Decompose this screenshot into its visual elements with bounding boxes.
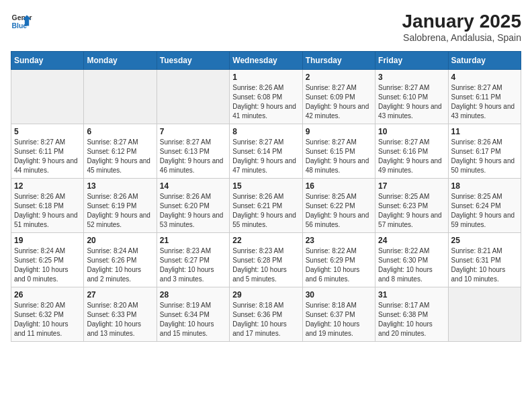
day-number: 17 bbox=[378, 181, 445, 191]
day-number: 8 bbox=[232, 127, 299, 136]
calendar-cell: 17Sunrise: 8:25 AM Sunset: 6:23 PM Dayli… bbox=[375, 179, 448, 233]
day-info: Sunrise: 8:26 AM Sunset: 6:17 PM Dayligh… bbox=[451, 138, 518, 175]
day-number: 18 bbox=[451, 181, 518, 191]
day-number: 30 bbox=[306, 290, 372, 300]
calendar-cell: 31Sunrise: 8:17 AM Sunset: 6:38 PM Dayli… bbox=[375, 287, 448, 342]
calendar-cell: 12Sunrise: 8:26 AM Sunset: 6:18 PM Dayli… bbox=[11, 179, 84, 233]
day-info: Sunrise: 8:23 AM Sunset: 6:27 PM Dayligh… bbox=[160, 246, 226, 284]
header-tuesday: Tuesday bbox=[157, 52, 229, 70]
day-info: Sunrise: 8:26 AM Sunset: 6:21 PM Dayligh… bbox=[232, 192, 299, 230]
day-number: 20 bbox=[87, 236, 153, 245]
day-info: Sunrise: 8:24 AM Sunset: 6:25 PM Dayligh… bbox=[14, 246, 81, 284]
day-number: 16 bbox=[306, 181, 372, 191]
calendar-cell: 2Sunrise: 8:27 AM Sunset: 6:09 PM Daylig… bbox=[302, 70, 375, 124]
header-saturday: Saturday bbox=[448, 52, 521, 70]
header-monday: Monday bbox=[84, 52, 157, 70]
calendar-cell: 6Sunrise: 8:27 AM Sunset: 6:12 PM Daylig… bbox=[84, 124, 157, 179]
calendar-cell: 9Sunrise: 8:27 AM Sunset: 6:15 PM Daylig… bbox=[302, 124, 375, 179]
calendar-cell bbox=[157, 70, 229, 124]
day-info: Sunrise: 8:22 AM Sunset: 6:30 PM Dayligh… bbox=[378, 246, 445, 284]
day-number: 27 bbox=[87, 290, 153, 300]
day-info: Sunrise: 8:17 AM Sunset: 6:38 PM Dayligh… bbox=[378, 301, 445, 338]
day-number: 21 bbox=[160, 236, 226, 245]
day-number: 24 bbox=[378, 236, 445, 245]
day-info: Sunrise: 8:24 AM Sunset: 6:26 PM Dayligh… bbox=[87, 246, 153, 284]
calendar-cell: 29Sunrise: 8:18 AM Sunset: 6:36 PM Dayli… bbox=[230, 287, 302, 342]
day-info: Sunrise: 8:25 AM Sunset: 6:24 PM Dayligh… bbox=[451, 192, 518, 230]
calendar-cell: 18Sunrise: 8:25 AM Sunset: 6:24 PM Dayli… bbox=[448, 179, 521, 233]
calendar-cell: 10Sunrise: 8:27 AM Sunset: 6:16 PM Dayli… bbox=[375, 124, 448, 179]
calendar-cell bbox=[11, 70, 84, 124]
calendar-cell: 21Sunrise: 8:23 AM Sunset: 6:27 PM Dayli… bbox=[157, 233, 229, 287]
day-info: Sunrise: 8:27 AM Sunset: 6:12 PM Dayligh… bbox=[87, 138, 153, 175]
header-sunday: Sunday bbox=[11, 52, 84, 70]
page-header: General Blue January 2025 Salobrena, And… bbox=[11, 11, 521, 43]
calendar-cell: 8Sunrise: 8:27 AM Sunset: 6:14 PM Daylig… bbox=[230, 124, 302, 179]
day-info: Sunrise: 8:27 AM Sunset: 6:15 PM Dayligh… bbox=[306, 138, 372, 175]
day-number: 31 bbox=[378, 290, 445, 300]
day-info: Sunrise: 8:26 AM Sunset: 6:20 PM Dayligh… bbox=[160, 192, 226, 230]
day-number: 19 bbox=[14, 236, 81, 245]
day-number: 12 bbox=[14, 181, 81, 191]
day-number: 10 bbox=[378, 127, 445, 136]
day-number: 23 bbox=[306, 236, 372, 245]
page-title: January 2025 bbox=[402, 11, 521, 32]
calendar-cell: 27Sunrise: 8:20 AM Sunset: 6:33 PM Dayli… bbox=[84, 287, 157, 342]
calendar-table: SundayMondayTuesdayWednesdayThursdayFrid… bbox=[11, 51, 521, 342]
calendar-cell: 23Sunrise: 8:22 AM Sunset: 6:29 PM Dayli… bbox=[302, 233, 375, 287]
day-info: Sunrise: 8:21 AM Sunset: 6:31 PM Dayligh… bbox=[451, 246, 518, 284]
calendar-cell: 7Sunrise: 8:27 AM Sunset: 6:13 PM Daylig… bbox=[157, 124, 229, 179]
day-info: Sunrise: 8:27 AM Sunset: 6:16 PM Dayligh… bbox=[378, 138, 445, 175]
day-info: Sunrise: 8:20 AM Sunset: 6:33 PM Dayligh… bbox=[87, 301, 153, 338]
calendar-cell: 26Sunrise: 8:20 AM Sunset: 6:32 PM Dayli… bbox=[11, 287, 84, 342]
calendar-cell: 25Sunrise: 8:21 AM Sunset: 6:31 PM Dayli… bbox=[448, 233, 521, 287]
day-info: Sunrise: 8:18 AM Sunset: 6:36 PM Dayligh… bbox=[232, 301, 299, 338]
day-number: 14 bbox=[160, 181, 226, 191]
calendar-cell: 3Sunrise: 8:27 AM Sunset: 6:10 PM Daylig… bbox=[375, 70, 448, 124]
calendar-week-5: 26Sunrise: 8:20 AM Sunset: 6:32 PM Dayli… bbox=[11, 287, 521, 342]
logo: General Blue bbox=[11, 11, 32, 32]
day-info: Sunrise: 8:26 AM Sunset: 6:19 PM Dayligh… bbox=[87, 192, 153, 230]
calendar-cell: 19Sunrise: 8:24 AM Sunset: 6:25 PM Dayli… bbox=[11, 233, 84, 287]
calendar-cell: 16Sunrise: 8:25 AM Sunset: 6:22 PM Dayli… bbox=[302, 179, 375, 233]
day-number: 15 bbox=[232, 181, 299, 191]
calendar-cell: 22Sunrise: 8:23 AM Sunset: 6:28 PM Dayli… bbox=[230, 233, 302, 287]
calendar-cell: 30Sunrise: 8:18 AM Sunset: 6:37 PM Dayli… bbox=[302, 287, 375, 342]
day-number: 13 bbox=[87, 181, 153, 191]
calendar-week-3: 12Sunrise: 8:26 AM Sunset: 6:18 PM Dayli… bbox=[11, 179, 521, 233]
day-number: 29 bbox=[232, 290, 299, 300]
day-info: Sunrise: 8:25 AM Sunset: 6:23 PM Dayligh… bbox=[378, 192, 445, 230]
day-info: Sunrise: 8:18 AM Sunset: 6:37 PM Dayligh… bbox=[306, 301, 372, 338]
calendar-cell: 4Sunrise: 8:27 AM Sunset: 6:11 PM Daylig… bbox=[448, 70, 521, 124]
calendar-week-1: 1Sunrise: 8:26 AM Sunset: 6:08 PM Daylig… bbox=[11, 70, 521, 124]
calendar-cell: 28Sunrise: 8:19 AM Sunset: 6:34 PM Dayli… bbox=[157, 287, 229, 342]
calendar-cell: 15Sunrise: 8:26 AM Sunset: 6:21 PM Dayli… bbox=[230, 179, 302, 233]
day-info: Sunrise: 8:26 AM Sunset: 6:08 PM Dayligh… bbox=[232, 83, 299, 121]
title-block: January 2025 Salobrena, Andalusia, Spain bbox=[402, 11, 521, 43]
day-number: 1 bbox=[232, 73, 299, 82]
day-number: 22 bbox=[232, 236, 299, 245]
day-number: 5 bbox=[14, 127, 81, 136]
calendar-week-4: 19Sunrise: 8:24 AM Sunset: 6:25 PM Dayli… bbox=[11, 233, 521, 287]
calendar-cell bbox=[84, 70, 157, 124]
day-number: 28 bbox=[160, 290, 226, 300]
calendar-cell: 5Sunrise: 8:27 AM Sunset: 6:11 PM Daylig… bbox=[11, 124, 84, 179]
calendar-cell: 11Sunrise: 8:26 AM Sunset: 6:17 PM Dayli… bbox=[448, 124, 521, 179]
day-info: Sunrise: 8:27 AM Sunset: 6:09 PM Dayligh… bbox=[306, 83, 372, 121]
calendar-header-row: SundayMondayTuesdayWednesdayThursdayFrid… bbox=[11, 52, 521, 70]
day-number: 9 bbox=[306, 127, 372, 136]
calendar-cell bbox=[448, 287, 521, 342]
day-info: Sunrise: 8:20 AM Sunset: 6:32 PM Dayligh… bbox=[14, 301, 81, 338]
day-info: Sunrise: 8:27 AM Sunset: 6:11 PM Dayligh… bbox=[451, 83, 518, 121]
day-info: Sunrise: 8:23 AM Sunset: 6:28 PM Dayligh… bbox=[232, 246, 299, 284]
day-number: 7 bbox=[160, 127, 226, 136]
day-number: 6 bbox=[87, 127, 153, 136]
day-number: 4 bbox=[451, 73, 518, 82]
day-number: 26 bbox=[14, 290, 81, 300]
calendar-cell: 20Sunrise: 8:24 AM Sunset: 6:26 PM Dayli… bbox=[84, 233, 157, 287]
calendar-cell: 13Sunrise: 8:26 AM Sunset: 6:19 PM Dayli… bbox=[84, 179, 157, 233]
calendar-cell: 24Sunrise: 8:22 AM Sunset: 6:30 PM Dayli… bbox=[375, 233, 448, 287]
day-number: 2 bbox=[306, 73, 372, 82]
day-info: Sunrise: 8:22 AM Sunset: 6:29 PM Dayligh… bbox=[306, 246, 372, 284]
header-wednesday: Wednesday bbox=[230, 52, 302, 70]
